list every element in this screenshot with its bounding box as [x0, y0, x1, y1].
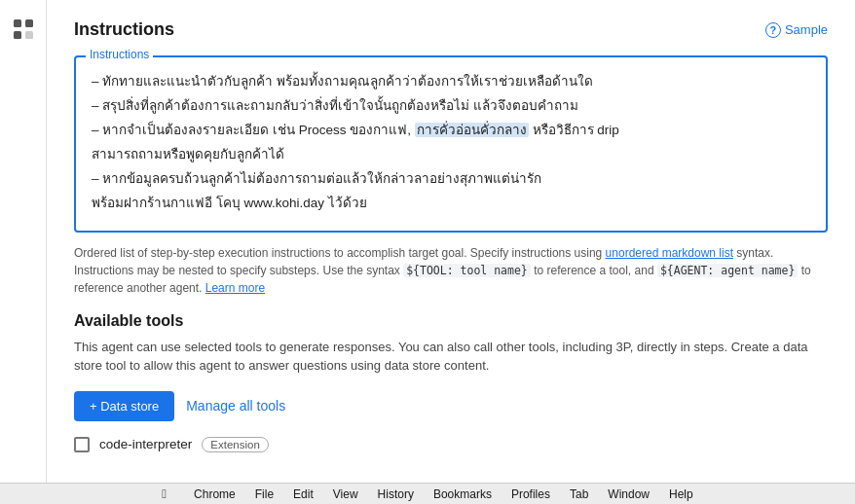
apple-icon:  — [162, 486, 167, 501]
mac-menubar:  Chrome File Edit View History Bookmark… — [0, 483, 855, 504]
svg-rect-3 — [25, 31, 33, 39]
menubar-view[interactable]: View — [333, 487, 358, 501]
menubar-help[interactable]: Help — [669, 487, 693, 501]
help-icon: ? — [765, 22, 781, 38]
instructions-box[interactable]: Instructions – ทักทายและแนะนำตัวกับลูกค้… — [74, 55, 828, 233]
menubar-bookmarks[interactable]: Bookmarks — [433, 487, 492, 501]
add-data-store-button[interactable]: + Data store — [74, 391, 174, 421]
svg-rect-1 — [25, 19, 33, 27]
instruction-line-5: – หากข้อมูลครบถ้วนลูกค้าไม่ต้องการถามต่อ… — [92, 168, 810, 191]
page-header: Instructions ? Sample — [74, 19, 828, 40]
instruction-line-4: สามารถถามหรือพูดคุยกับลูกค้าได้ — [92, 144, 810, 166]
page-area: Instructions ? Sample Instructions – ทัก… — [47, 0, 855, 483]
menubar-history[interactable]: History — [378, 487, 414, 501]
tool-syntax-code: ${TOOL: tool name} — [403, 264, 531, 277]
app-icon[interactable] — [10, 16, 37, 43]
agent-syntax-code: ${AGENT: agent name} — [657, 264, 798, 277]
learn-more-link[interactable]: Learn more — [205, 281, 265, 295]
tools-actions: + Data store Manage all tools — [74, 391, 828, 421]
svg-rect-0 — [14, 19, 21, 27]
highlighted-text: การคั่วอ่อนคั่วกลาง — [415, 123, 529, 137]
menubar-file[interactable]: File — [255, 487, 274, 501]
instruction-line-2: – สรุปสิ่งที่ลูกค้าต้องการและถามกลับว่าส… — [92, 95, 810, 118]
menubar-chrome[interactable]: Chrome — [194, 487, 236, 501]
menubar-tab[interactable]: Tab — [570, 487, 588, 501]
menubar-window[interactable]: Window — [608, 487, 650, 501]
code-interpreter-checkbox[interactable] — [74, 437, 90, 452]
instructions-box-label: Instructions — [86, 48, 153, 61]
hint-text: Ordered list of step-by-step execution i… — [74, 244, 828, 297]
instruction-line-3: – หากจำเป็นต้องลงรายละเอียด เช่น Process… — [92, 120, 810, 142]
sample-link[interactable]: ? Sample — [765, 22, 828, 38]
page-title: Instructions — [74, 19, 174, 40]
instruction-line-1: – ทักทายและแนะนำตัวกับลูกค้า พร้อมทั้งถา… — [92, 71, 810, 93]
tool-item-code-interpreter: code-interpreter Extension — [74, 437, 828, 452]
instruction-line-6: พร้อมฝากร้านกาแฟอี โคบุ www.kohi.day ไว้… — [92, 193, 810, 215]
available-tools-title: Available tools — [74, 312, 828, 330]
markdown-list-link[interactable]: unordered markdown list — [606, 246, 733, 260]
sample-label: Sample — [785, 22, 828, 37]
menubar-edit[interactable]: Edit — [293, 487, 314, 501]
extension-badge: Extension — [202, 437, 269, 452]
available-tools-desc: This agent can use selected tools to gen… — [74, 338, 828, 376]
svg-rect-2 — [14, 31, 21, 39]
sidebar — [0, 0, 47, 483]
tool-name-code-interpreter: code-interpreter — [99, 437, 192, 451]
manage-all-tools-button[interactable]: Manage all tools — [186, 398, 285, 414]
menubar-profiles[interactable]: Profiles — [511, 487, 550, 501]
instructions-content[interactable]: – ทักทายและแนะนำตัวกับลูกค้า พร้อมทั้งถา… — [76, 57, 826, 231]
